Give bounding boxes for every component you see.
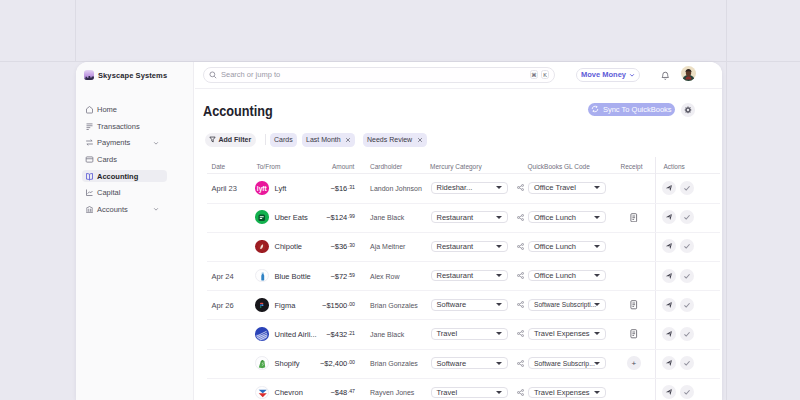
svg-text:lyft: lyft	[257, 185, 268, 193]
